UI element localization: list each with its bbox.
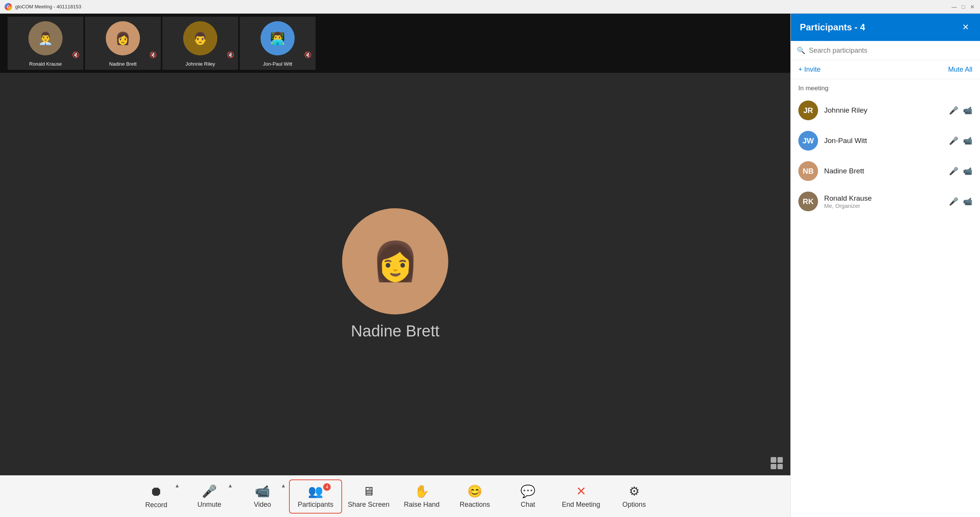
end-meeting-button[interactable]: ✕ End Meeting [554, 479, 608, 514]
meeting-area: 👨‍💼 Ronald Krause 🔇 👩 Nadine Brett 🔇 👨 J… [0, 14, 791, 517]
participant-mic-icon-johnnie: 🎤 [949, 106, 958, 115]
participant-item-jonpaul[interactable]: JW Jon-Paul Witt 🎤 📹 [791, 126, 980, 156]
main-speaker: 👩 Nadine Brett [342, 208, 448, 340]
participant-mic-icon-ronald: 🎤 [949, 197, 958, 206]
thumbnail-mic-nadine: 🔇 [150, 51, 157, 59]
chat-icon: 💬 [520, 484, 536, 498]
participant-controls-johnnie: 🎤 📹 [949, 106, 972, 115]
participant-cam-icon-jonpaul: 📹 [963, 136, 972, 145]
participant-name-johnnie: Johnnie Riley [824, 106, 943, 115]
participant-info-jonpaul: Jon-Paul Witt [824, 137, 943, 145]
participant-name-ronald: Ronald Krause [824, 194, 943, 202]
panel-header: Participants - 4 ✕ [791, 14, 980, 41]
layout-toggle-icon[interactable] [771, 457, 783, 469]
participant-item-ronald[interactable]: RK Ronald Krause Me, Organizer 🎤 📹 [791, 186, 980, 216]
thumbnail-name-jonpaul: Jon-Paul Witt [263, 61, 292, 67]
chat-label: Chat [521, 501, 535, 509]
title-bar-left: G gloCOM Meeting - 401118153 [5, 3, 81, 11]
participant-avatar-nadine: NB [798, 161, 818, 181]
options-label: Options [622, 501, 646, 509]
main-video-area: 👩 Nadine Brett [0, 73, 791, 475]
participants-badge: 4 [323, 483, 331, 491]
participants-panel: Participants - 4 ✕ 🔍 + Invite Mute All I… [791, 14, 980, 517]
share-screen-icon: 🖥 [363, 484, 375, 498]
search-bar: 🔍 [791, 41, 980, 60]
thumbnail-avatar-nadine: 👩 [106, 21, 140, 56]
record-chevron: ▲ [175, 482, 180, 488]
chat-button[interactable]: 💬 Chat [501, 479, 554, 514]
search-participants-input[interactable] [809, 47, 974, 55]
end-meeting-label: End Meeting [562, 501, 600, 509]
close-button[interactable]: ✕ [969, 4, 975, 10]
raise-hand-label: Raise Hand [404, 501, 439, 509]
main-speaker-avatar: 👩 [342, 208, 448, 315]
app-logo: G [5, 3, 12, 11]
panel-actions: + Invite Mute All [791, 60, 980, 79]
participants-button[interactable]: 👥 4 Participants [289, 479, 342, 514]
record-label: Record [145, 501, 167, 509]
participant-info-johnnie: Johnnie Riley [824, 106, 943, 115]
unmute-chevron: ▲ [228, 482, 233, 488]
participants-icon: 👥 [308, 484, 323, 498]
main-layout: 👨‍💼 Ronald Krause 🔇 👩 Nadine Brett 🔇 👨 J… [0, 14, 980, 517]
panel-close-button[interactable]: ✕ [960, 22, 971, 33]
participant-controls-ronald: 🎤 📹 [949, 197, 972, 206]
invite-button[interactable]: + Invite [798, 65, 821, 73]
reactions-button[interactable]: 😊 Reactions [448, 479, 501, 514]
record-button[interactable]: ⏺ Record ▲ [130, 479, 183, 514]
video-button[interactable]: 📹 Video ▲ [236, 479, 289, 514]
panel-title: Participants - 4 [800, 22, 865, 33]
participant-item-johnnie[interactable]: JR Johnnie Riley 🎤 📹 [791, 95, 980, 126]
raise-hand-button[interactable]: ✋ Raise Hand [395, 479, 448, 514]
participant-mic-icon-nadine: 🎤 [949, 167, 958, 176]
share-screen-label: Share Screen [348, 501, 390, 509]
participant-mic-icon-jonpaul: 🎤 [949, 136, 958, 145]
main-speaker-name: Nadine Brett [351, 322, 439, 340]
thumbnail-name-johnnie: Johnnie Riley [185, 61, 215, 67]
thumbnail-avatar-johnnie: 👨 [183, 21, 217, 56]
search-icon: 🔍 [797, 46, 805, 55]
thumbnail-jonpaul[interactable]: 👨‍💻 Jon-Paul Witt 🔇 [240, 17, 315, 70]
participant-avatar-johnnie: JR [798, 100, 818, 120]
options-icon: ⚙ [629, 484, 640, 498]
raise-hand-icon: ✋ [414, 484, 429, 498]
participants-label: Participants [298, 501, 333, 509]
title-bar: G gloCOM Meeting - 401118153 — □ ✕ [0, 0, 980, 14]
record-icon: ⏺ [150, 484, 163, 499]
options-button[interactable]: ⚙ Options [608, 479, 661, 514]
thumbnail-avatar-jonpaul: 👨‍💻 [261, 21, 295, 56]
participant-name-nadine: Nadine Brett [824, 167, 943, 175]
thumbnail-mic-ronald: 🔇 [72, 51, 80, 59]
participant-role-ronald: Me, Organizer [824, 202, 943, 209]
share-screen-button[interactable]: 🖥 Share Screen [342, 479, 395, 514]
participant-avatar-jonpaul: JW [798, 131, 818, 151]
thumbnail-strip: 👨‍💼 Ronald Krause 🔇 👩 Nadine Brett 🔇 👨 J… [0, 14, 791, 73]
participant-info-nadine: Nadine Brett [824, 167, 943, 175]
reactions-icon: 😊 [467, 484, 482, 498]
participant-cam-icon-johnnie: 📹 [963, 106, 972, 115]
unmute-button[interactable]: 🎤 Unmute ▲ [183, 479, 236, 514]
participant-name-jonpaul: Jon-Paul Witt [824, 137, 943, 145]
end-meeting-icon: ✕ [576, 484, 586, 498]
toolbar: ⏺ Record ▲ 🎤 Unmute ▲ 📹 Video ▲ 👥 4 Part… [0, 475, 791, 517]
unmute-label: Unmute [197, 501, 221, 509]
participant-cam-icon-ronald: 📹 [963, 197, 972, 206]
in-meeting-label: In meeting [791, 79, 980, 95]
participant-avatar-ronald: RK [798, 192, 818, 211]
thumbnail-johnnie[interactable]: 👨 Johnnie Riley 🔇 [162, 17, 238, 70]
thumbnail-nadine[interactable]: 👩 Nadine Brett 🔇 [85, 17, 161, 70]
thumbnail-name-nadine: Nadine Brett [109, 61, 137, 67]
thumbnail-ronald[interactable]: 👨‍💼 Ronald Krause 🔇 [8, 17, 83, 70]
video-label: Video [254, 501, 271, 509]
video-chevron: ▲ [281, 482, 286, 488]
participant-cam-icon-nadine: 📹 [963, 167, 972, 176]
window-title: gloCOM Meeting - 401118153 [15, 4, 81, 10]
thumbnail-mic-jonpaul: 🔇 [304, 51, 312, 59]
maximize-button[interactable]: □ [960, 4, 966, 10]
participant-item-nadine[interactable]: NB Nadine Brett 🎤 📹 [791, 156, 980, 186]
video-icon: 📹 [255, 484, 270, 498]
participant-controls-nadine: 🎤 📹 [949, 167, 972, 176]
mute-all-button[interactable]: Mute All [948, 65, 972, 73]
minimize-button[interactable]: — [951, 4, 957, 10]
reactions-label: Reactions [460, 501, 490, 509]
